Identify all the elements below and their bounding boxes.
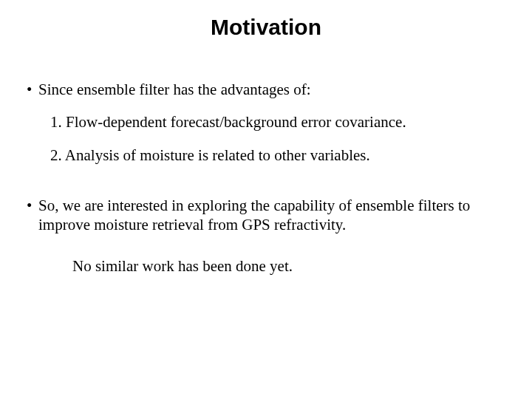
slide-title: Motivation — [0, 15, 532, 40]
slide: Motivation Since ensemble filter has the… — [0, 0, 532, 399]
bullet-advantages: Since ensemble filter has the advantages… — [27, 80, 505, 99]
sub-item-2: 2. Analysis of moisture is related to ot… — [50, 146, 505, 165]
bullet-interest: So, we are interested in exploring the c… — [27, 196, 505, 235]
spacer — [27, 178, 505, 196]
closing-note: No similar work has been done yet. — [72, 256, 505, 276]
slide-body: Since ensemble filter has the advantages… — [27, 80, 505, 276]
sub-item-1: 1. Flow-dependent forecast/background er… — [50, 112, 505, 132]
